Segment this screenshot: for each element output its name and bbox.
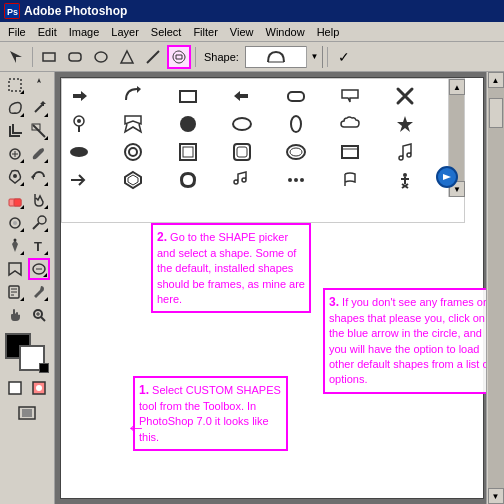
tool-hand[interactable] xyxy=(4,304,26,326)
tool-normal-mode[interactable] xyxy=(4,377,26,399)
tool-pen[interactable] xyxy=(4,235,26,257)
tool-eraser[interactable] xyxy=(4,189,26,211)
tool-dodge[interactable] xyxy=(28,212,50,234)
tool-notes[interactable] xyxy=(4,281,26,303)
shape-pin[interactable] xyxy=(66,111,92,137)
shape-frame6[interactable] xyxy=(175,167,201,193)
svg-marker-29 xyxy=(9,263,21,275)
shape-frame5[interactable] xyxy=(120,167,146,193)
step1-number: 1. xyxy=(139,383,149,397)
tool-eyedrop[interactable] xyxy=(28,281,50,303)
menu-image[interactable]: Image xyxy=(63,24,106,40)
step1-text: Select CUSTOM SHAPES tool from the Toolb… xyxy=(139,384,281,443)
shape-oval2[interactable] xyxy=(66,139,92,165)
shape-music3[interactable] xyxy=(337,167,363,193)
menu-file[interactable]: File xyxy=(2,24,32,40)
menu-select[interactable]: Select xyxy=(145,24,188,40)
shape-frame3[interactable] xyxy=(283,139,309,165)
blue-arrow-btn[interactable] xyxy=(436,166,458,188)
shape-arrow-right[interactable] xyxy=(66,83,92,109)
color-picker[interactable] xyxy=(5,333,49,373)
menu-window[interactable]: Window xyxy=(260,24,311,40)
tool-history-brush[interactable] xyxy=(28,166,50,188)
tool-row-4 xyxy=(4,143,50,165)
tool-heal[interactable] xyxy=(4,143,26,165)
svg-point-25 xyxy=(38,216,46,224)
tool-stamp[interactable] xyxy=(4,166,26,188)
shape-music1[interactable] xyxy=(392,139,418,165)
menu-help[interactable]: Help xyxy=(311,24,346,40)
menu-filter[interactable]: Filter xyxy=(187,24,223,40)
tool-path-select[interactable] xyxy=(4,258,26,280)
toolbar-custom-btn[interactable] xyxy=(167,45,191,69)
tool-custom-shape[interactable] xyxy=(28,258,50,280)
shape-cloud[interactable] xyxy=(337,111,363,137)
step3-number: 3. xyxy=(329,295,339,309)
shape-dots[interactable] xyxy=(283,167,309,193)
shape-circle2[interactable] xyxy=(120,139,146,165)
shape-picker[interactable]: ▼ xyxy=(245,46,323,68)
svg-marker-20 xyxy=(31,174,34,180)
shape-music2[interactable] xyxy=(229,167,255,193)
tool-move[interactable] xyxy=(28,74,50,96)
shape-x[interactable] xyxy=(392,83,418,109)
toolbar-arrow-btn[interactable] xyxy=(4,45,28,69)
shape-pill[interactable] xyxy=(283,83,309,109)
scroll-up-btn[interactable]: ▲ xyxy=(488,72,504,88)
tool-screen-mode[interactable] xyxy=(4,402,50,424)
shape-frame2[interactable] xyxy=(229,139,255,165)
svg-marker-11 xyxy=(37,78,39,83)
shape-arrow-curved[interactable] xyxy=(120,83,146,109)
svg-rect-9 xyxy=(9,79,21,91)
svg-marker-65 xyxy=(125,172,141,188)
shape-star[interactable] xyxy=(392,111,418,137)
tool-zoom[interactable] xyxy=(28,304,50,326)
menu-layer[interactable]: Layer xyxy=(105,24,145,40)
shape-ribbon[interactable] xyxy=(120,111,146,137)
shape-dropdown-btn[interactable]: ▼ xyxy=(306,46,322,68)
svg-rect-22 xyxy=(14,199,21,206)
switch-colors-small xyxy=(39,363,49,373)
shape-banner[interactable] xyxy=(337,83,363,109)
shape-oval[interactable] xyxy=(283,111,309,137)
tool-slice[interactable] xyxy=(28,120,50,142)
shape-arrow2[interactable] xyxy=(66,167,92,193)
scroll-thumb[interactable] xyxy=(489,98,503,128)
toolbar: Shape: ▼ ✓ xyxy=(0,42,504,72)
scroll-down-btn[interactable]: ▼ xyxy=(488,488,504,504)
tool-lasso[interactable] xyxy=(4,97,26,119)
shape-label: Shape: xyxy=(204,51,239,63)
tool-wand[interactable] xyxy=(28,97,50,119)
svg-point-62 xyxy=(290,148,302,156)
tool-quickmask-mode[interactable] xyxy=(28,377,50,399)
menu-edit[interactable]: Edit xyxy=(32,24,63,40)
menu-view[interactable]: View xyxy=(224,24,260,40)
tool-marquee[interactable] xyxy=(4,74,26,96)
svg-point-70 xyxy=(403,173,407,177)
svg-point-67 xyxy=(288,178,292,182)
shape-scroll-up[interactable]: ▲ xyxy=(449,79,465,95)
svg-point-69 xyxy=(300,178,304,182)
shape-frame4[interactable] xyxy=(337,139,363,165)
toolbar-rounded-btn[interactable] xyxy=(63,45,87,69)
shape-arrow-left[interactable] xyxy=(229,83,255,109)
svg-rect-4 xyxy=(69,53,81,61)
tool-fill[interactable] xyxy=(28,189,50,211)
shape-rect[interactable] xyxy=(175,83,201,109)
toolbar-check-btn[interactable]: ✓ xyxy=(332,45,356,69)
tool-crop[interactable] xyxy=(4,120,26,142)
tool-text[interactable]: T xyxy=(28,235,50,257)
svg-rect-58 xyxy=(183,147,193,157)
shape-misc[interactable] xyxy=(392,167,418,193)
toolbar-ellipse-btn[interactable] xyxy=(89,45,113,69)
shape-circle[interactable] xyxy=(175,111,201,137)
shape-frame1[interactable] xyxy=(175,139,201,165)
shape-ellipse[interactable] xyxy=(229,111,255,137)
toolbar-poly-btn[interactable] xyxy=(115,45,139,69)
step2-text: Go to the SHAPE picker and select a shap… xyxy=(157,231,305,305)
tool-brush[interactable] xyxy=(28,143,50,165)
svg-line-12 xyxy=(35,104,43,112)
tool-blur[interactable] xyxy=(4,212,26,234)
toolbar-line-btn[interactable] xyxy=(141,45,165,69)
toolbar-rect-btn[interactable] xyxy=(37,45,61,69)
